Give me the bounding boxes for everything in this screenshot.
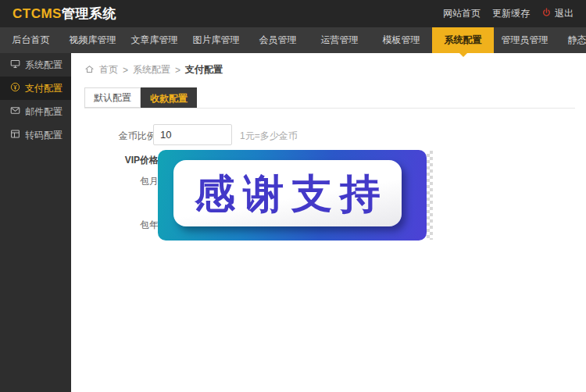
sidebar-item-mail-config[interactable]: 邮件配置 [0, 100, 71, 123]
thanks-overlay-text: 感谢支持 [187, 173, 388, 214]
vip-price-label: VIP价格 [71, 154, 159, 167]
main-nav: 后台首页 视频库管理 文章库管理 图片库管理 会员管理 运营管理 模板管理 系统… [0, 27, 586, 53]
refresh-cache-link[interactable]: 更新缓存 [492, 7, 530, 20]
monthly-label: 包月 [71, 175, 159, 188]
sidebar: 系统配置 支付配置 邮件配置 转码配置 [0, 53, 71, 392]
sidebar-item-label: 邮件配置 [25, 105, 63, 119]
sidebar-item-transcode-config[interactable]: 转码配置 [0, 123, 71, 147]
tab-collection-config[interactable]: 收款配置 [141, 87, 197, 108]
nav-item-operations[interactable]: 运营管理 [309, 27, 370, 53]
admin-page: CTCMS管理系统 网站首页 更新缓存 退出 后台首页 视频库管理 文章库管理 … [0, 0, 586, 392]
coin-ratio-hint: 1元=多少金币 [240, 130, 298, 143]
breadcrumb-system-config[interactable]: 系统配置 [133, 63, 170, 77]
topbar-links: 网站首页 更新缓存 退出 [443, 7, 573, 20]
nav-item-templates[interactable]: 模板管理 [370, 27, 432, 53]
nav-item-static[interactable]: 静态管理 [556, 27, 586, 53]
logo: CTCMS管理系统 [13, 5, 116, 23]
breadcrumb-home[interactable]: 首页 [99, 63, 118, 77]
topbar: CTCMS管理系统 网站首页 更新缓存 退出 [0, 0, 586, 27]
breadcrumb-separator: > [123, 65, 128, 76]
nav-item-system-config[interactable]: 系统配置 [432, 27, 494, 53]
logout-label: 退出 [555, 7, 573, 20]
transcode-icon [10, 129, 20, 141]
coin-ratio-input[interactable] [153, 124, 232, 145]
sidebar-item-label: 系统配置 [25, 59, 63, 72]
breadcrumb-current: 支付配置 [185, 63, 223, 77]
config-tabs: 默认配置 收款配置 [84, 87, 197, 108]
breadcrumb-separator: > [175, 65, 180, 76]
home-icon [84, 64, 95, 77]
nav-item-dashboard[interactable]: 后台首页 [0, 27, 62, 53]
coin-ratio-label: 金币比例: [71, 130, 159, 143]
yen-coin-icon [10, 82, 20, 94]
breadcrumb: 首页 > 系统配置 > 支付配置 [84, 63, 223, 77]
nav-item-article-library[interactable]: 文章库管理 [123, 27, 185, 53]
mail-icon [10, 105, 20, 118]
logo-brand-text: CTCMS [13, 6, 62, 22]
sidebar-item-payment-config[interactable]: 支付配置 [0, 77, 71, 100]
power-icon [541, 8, 552, 20]
monitor-icon [10, 59, 20, 71]
yearly-label: 包年 [71, 219, 159, 232]
logo-suffix-text: 管理系统 [62, 5, 116, 23]
nav-item-members[interactable]: 会员管理 [247, 27, 309, 53]
thanks-overlay-image: 感谢支持 [158, 150, 427, 241]
nav-item-admins[interactable]: 管理员管理 [494, 27, 556, 53]
sidebar-item-label: 转码配置 [25, 129, 63, 142]
tabs-divider [84, 108, 575, 109]
site-home-link[interactable]: 网站首页 [443, 7, 481, 20]
transparency-checker-strip [427, 151, 433, 240]
thanks-overlay-card: 感谢支持 [173, 160, 402, 226]
sidebar-item-label: 支付配置 [25, 82, 63, 95]
nav-item-image-library[interactable]: 图片库管理 [185, 27, 247, 53]
sidebar-item-system-config[interactable]: 系统配置 [0, 53, 71, 77]
nav-item-video-library[interactable]: 视频库管理 [62, 27, 123, 53]
tab-default-config[interactable]: 默认配置 [84, 87, 141, 108]
logout-button[interactable]: 退出 [541, 7, 573, 20]
